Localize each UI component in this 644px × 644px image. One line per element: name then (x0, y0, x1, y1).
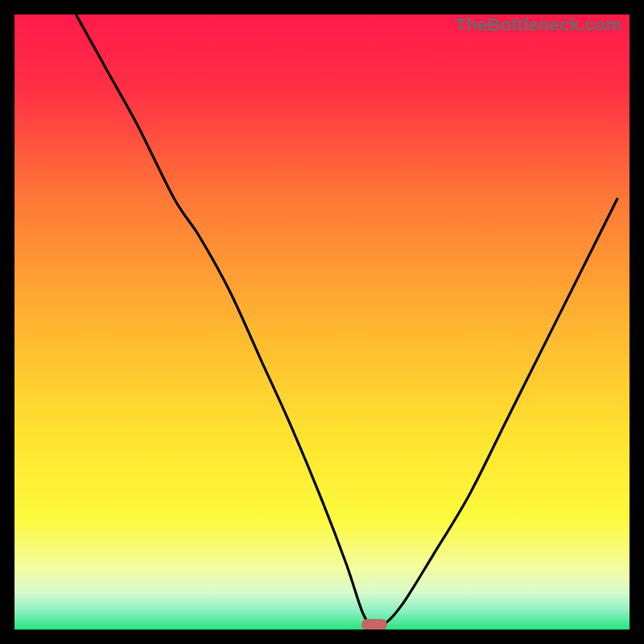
bottleneck-curve (14, 14, 630, 630)
optimal-marker (361, 619, 387, 630)
plot-area: TheBottleneck.com (14, 14, 630, 630)
watermark-text: TheBottleneck.com (456, 14, 621, 35)
curve-path (76, 14, 617, 627)
